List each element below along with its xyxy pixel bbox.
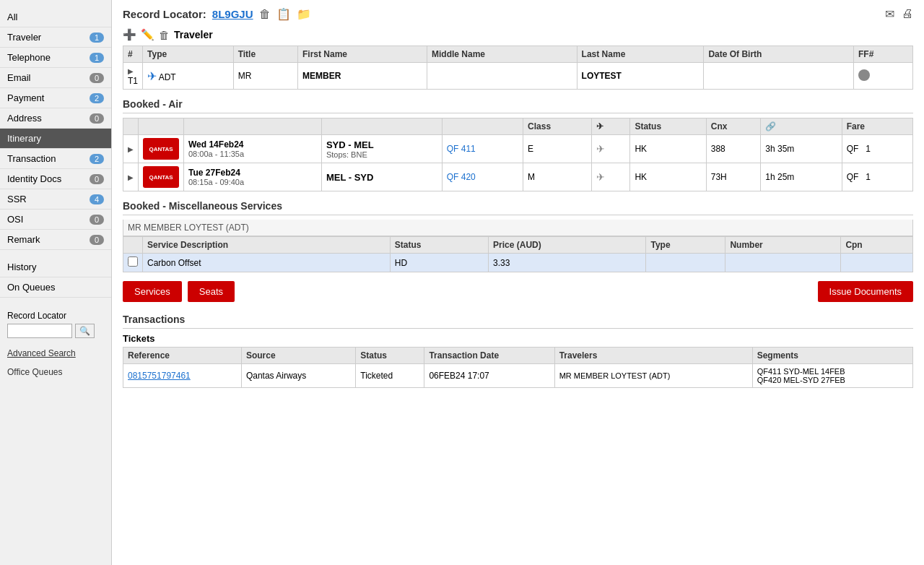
sidebar: All Traveler 1 Telephone 1 Email 0 Payme… (0, 0, 112, 565)
col-type: Type (143, 46, 234, 63)
sidebar-item-osi[interactable]: OSI 0 (0, 210, 111, 230)
traveler-firstname-cell: MEMBER (298, 63, 427, 90)
misc-service-type (646, 254, 725, 272)
folder-icon[interactable]: 📁 (297, 7, 311, 21)
sidebar-item-transaction[interactable]: Transaction 2 (0, 149, 111, 169)
flight2-status: HK (630, 163, 706, 191)
traveler-type-cell: ✈ ADT (143, 63, 234, 90)
ticket-reference-link[interactable]: 0815751797461 (128, 371, 191, 381)
email-icon[interactable]: ✉ (885, 7, 894, 21)
sidebar-item-payment[interactable]: Payment 2 (0, 88, 111, 108)
flight1-logo: QANTAS (139, 135, 184, 163)
tickets-table: Reference Source Status Transaction Date… (123, 347, 913, 388)
flight2-num: QF 420 (442, 163, 523, 191)
flight2-duration: 1h 25m (761, 163, 842, 191)
sidebar-label-remark: Remark (7, 234, 40, 245)
air-col-logo (139, 118, 184, 135)
sidebar-badge-ssr: 4 (90, 194, 104, 204)
sidebar-item-identity-docs[interactable]: Identity Docs 0 (0, 169, 111, 189)
copy-icon[interactable]: 📋 (276, 7, 291, 21)
sidebar-label-telephone: Telephone (7, 52, 51, 63)
sidebar-label-history: History (7, 262, 36, 272)
flight1-status: HK (630, 135, 706, 163)
record-locator-section: Record Locator 🔍 (0, 305, 111, 344)
ticket-travelers: MR MEMBER LOYTEST (ADT) (554, 364, 752, 388)
air-col-date (184, 118, 322, 135)
print-icon[interactable]: 🖨 (902, 7, 913, 21)
sidebar-item-on-queues[interactable]: On Queues (0, 277, 111, 298)
booked-misc-header: Booked - Miscellaneous Services (123, 200, 913, 215)
col-first-name: First Name (298, 46, 427, 63)
sidebar-badge-osi: 0 (90, 215, 104, 225)
ticket-status: Ticketed (356, 364, 424, 388)
misc-service-checkbox[interactable] (128, 256, 138, 267)
tickets-col-segments: Segments (752, 348, 912, 364)
sidebar-item-telephone[interactable]: Telephone 1 (0, 48, 111, 68)
header-right-icons: ✉ 🖨 (885, 7, 913, 21)
issue-documents-button[interactable]: Issue Documents (818, 281, 913, 302)
record-locator-input[interactable] (7, 324, 72, 338)
seats-button[interactable]: Seats (188, 281, 235, 302)
col-last-name: Last Name (577, 46, 704, 63)
record-locator-code[interactable]: 8L9GJU (212, 8, 253, 20)
action-buttons-left: Services Seats (123, 281, 235, 302)
ticket-row-1: 0815751797461 Qantas Airways Ticketed 06… (123, 364, 913, 388)
flight2-cnx: 73H (706, 163, 761, 191)
sidebar-badge-payment: 2 (90, 93, 104, 103)
sidebar-badge-transaction: 2 (90, 154, 104, 164)
air-col-fare-label: Fare (842, 118, 912, 135)
record-locator-search-button[interactable]: 🔍 (75, 324, 95, 338)
advanced-search-link[interactable]: Advanced Search (0, 344, 111, 363)
sidebar-label-ssr: SSR (7, 194, 27, 204)
flight1-plane-icon: ✈ (592, 135, 630, 163)
misc-col-type: Type (646, 237, 725, 254)
misc-col-cpn: Cpn (841, 237, 913, 254)
flight2-class: M (523, 163, 592, 191)
sidebar-item-all[interactable]: All (0, 7, 111, 27)
traveler-toolbar: ➕ ✏️ 🗑 Traveler (123, 28, 913, 41)
delete-icon[interactable]: 🗑 (259, 8, 271, 21)
flight1-fare: QF 1 (842, 135, 912, 163)
traveler-section-title: Traveler (174, 29, 213, 40)
flight2-plane-icon: ✈ (592, 163, 630, 191)
sidebar-item-email[interactable]: Email 0 (0, 68, 111, 88)
col-middle-name: Middle Name (427, 46, 578, 63)
misc-service-number (725, 254, 841, 272)
traveler-title-cell: MR (233, 63, 297, 90)
sidebar-item-traveler[interactable]: Traveler 1 (0, 27, 111, 48)
sidebar-item-itinerary[interactable]: Itinerary (0, 129, 111, 149)
sidebar-item-history[interactable]: History (0, 257, 111, 277)
add-traveler-icon[interactable]: ➕ (123, 28, 136, 41)
traveler-expand[interactable]: ▶ T1 (123, 63, 143, 90)
services-button[interactable]: Services (123, 281, 182, 302)
air-col-plane-icon: ✈ (592, 118, 630, 135)
transactions-header: Transactions (123, 314, 913, 329)
flight1-num: QF 411 (442, 135, 523, 163)
misc-col-price: Price (AUD) (489, 237, 646, 254)
flight1-duration: 3h 35m (761, 135, 842, 163)
sidebar-item-address[interactable]: Address 0 (0, 108, 111, 129)
action-buttons: Services Seats Issue Documents (123, 281, 913, 302)
flight2-expand[interactable]: ▶ (123, 163, 139, 191)
air-col-cnx-label: Cnx (706, 118, 761, 135)
misc-col-status: Status (390, 237, 488, 254)
sidebar-item-ssr[interactable]: SSR 4 (0, 189, 111, 210)
ticket-reference: 0815751797461 (123, 364, 242, 388)
flight2-date-time: Tue 27Feb24 08:15a - 09:40a (184, 163, 322, 191)
misc-passenger-label: MR MEMBER LOYTEST (ADT) (123, 220, 913, 236)
sidebar-item-remark[interactable]: Remark 0 (0, 230, 111, 250)
sidebar-label-itinerary: Itinerary (7, 133, 41, 144)
flight-row-2: ▶ QANTAS Tue 27Feb24 08:15a - 09:40a MEL… (123, 163, 913, 191)
flight1-expand[interactable]: ▶ (123, 135, 139, 163)
sidebar-label-all: All (7, 12, 17, 22)
misc-service-desc: Carbon Offset (143, 254, 391, 272)
misc-service-check-cell (123, 254, 143, 272)
qantas-logo-2: QANTAS (143, 166, 179, 188)
delete-traveler-icon[interactable]: 🗑 (159, 29, 170, 41)
tickets-col-status: Status (356, 348, 424, 364)
misc-service-cpn (841, 254, 913, 272)
office-queues-link[interactable]: Office Queues (0, 363, 111, 381)
edit-traveler-icon[interactable]: ✏️ (141, 28, 154, 41)
tickets-label: Tickets (123, 333, 913, 344)
misc-col-check (123, 237, 143, 254)
